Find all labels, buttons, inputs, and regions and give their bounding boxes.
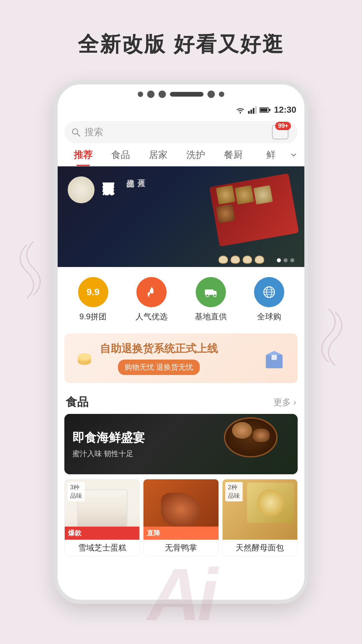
dot3 — [159, 91, 166, 98]
promo-left: 自助退换货系统正式上线 购物无忧 退换货无忧 — [74, 341, 218, 375]
product-badge-hot: 爆款 — [65, 527, 139, 540]
tea-set — [219, 256, 264, 264]
banner-dots — [277, 258, 294, 262]
svg-point-11 — [206, 294, 209, 297]
quick-item-popular[interactable]: 人气优选 — [135, 277, 168, 322]
svg-rect-23 — [272, 355, 277, 360]
quick-label-hot: 人气优选 — [135, 311, 168, 322]
banner-dot-1[interactable] — [277, 258, 281, 262]
variety-label-cake: 3种品味 — [67, 482, 85, 501]
product-card-bread[interactable]: 2种品味 天然酵母面包 — [222, 479, 298, 556]
message-badge[interactable]: 99+ — [269, 121, 291, 143]
food-section-title: 食品 — [66, 394, 88, 410]
quick-item-group[interactable]: 9.9 9.9拼团 — [78, 277, 108, 322]
message-icon: 99+ — [272, 125, 289, 140]
quick-icon-hot — [136, 277, 167, 307]
svg-point-12 — [214, 294, 216, 297]
tab-recommend[interactable]: 推荐 — [64, 149, 102, 166]
tab-home[interactable]: 居家 — [139, 149, 177, 166]
phone-screen: 12:30 搜索 99+ 推荐 食品 居家 洗护 餐厨 鲜 — [58, 102, 304, 561]
product-img-bread: 2种品味 — [223, 479, 297, 540]
seafood-bowl — [217, 417, 284, 471]
main-banner[interactable]: 圆满中秋汇百香 月下佳人 岁岁品优选 — [58, 166, 304, 267]
product-card-duck[interactable]: 直降 无骨鸭掌 — [143, 479, 219, 556]
dot5 — [219, 92, 224, 97]
banner-background: 圆满中秋汇百香 月下佳人 岁岁品优选 — [58, 166, 304, 267]
coins-icon — [74, 348, 95, 368]
variety-label-bread: 2种品味 — [225, 482, 243, 501]
svg-rect-7 — [269, 109, 270, 111]
quick-label-direct: 基地直供 — [195, 311, 227, 322]
svg-rect-1 — [248, 111, 250, 114]
svg-line-9 — [77, 133, 80, 136]
tab-fresh[interactable]: 鲜 — [252, 149, 290, 166]
product-img-cake: 3种品味 爆款 — [65, 479, 139, 540]
food-banner-title: 即食海鲜盛宴 — [72, 430, 145, 446]
product-name-bread: 天然酵母面包 — [223, 540, 297, 556]
quick-label-global: 全球购 — [257, 311, 281, 322]
banner-moon — [68, 176, 95, 203]
quick-item-direct[interactable]: 基地直供 — [195, 277, 227, 322]
dot4 — [207, 91, 215, 98]
food-banner-bg: 即食海鲜盛宴 蜜汁入味 韧性十足 — [64, 414, 298, 474]
product-name-cake: 雪域芝士蛋糕 — [65, 540, 139, 556]
phone-frame: 12:30 搜索 99+ 推荐 食品 居家 洗护 餐厨 鲜 — [54, 80, 308, 604]
mooncake-box — [210, 173, 298, 260]
time-display: 12:30 — [274, 105, 297, 115]
page-title: 全新改版 好看又好逛 — [0, 0, 362, 78]
search-placeholder: 搜索 — [84, 126, 291, 139]
search-bar[interactable]: 搜索 99+ — [64, 121, 298, 143]
svg-rect-10 — [205, 289, 214, 295]
status-bar: 12:30 — [58, 102, 304, 118]
svg-rect-6 — [260, 108, 267, 112]
quick-icons-row: 9.9 9.9拼团 人气优选 — [58, 267, 304, 329]
search-icon — [71, 127, 80, 137]
box-icon — [261, 345, 288, 372]
product-badge-sale: 直降 — [143, 527, 218, 540]
tab-food[interactable]: 食品 — [102, 149, 139, 166]
nav-tabs: 推荐 食品 居家 洗护 餐厨 鲜 — [58, 143, 304, 166]
food-banner-text-block: 即食海鲜盛宴 蜜汁入味 韧性十足 — [72, 430, 145, 459]
food-banner[interactable]: 即食海鲜盛宴 蜜汁入味 韧性十足 — [64, 414, 298, 474]
nav-more-button[interactable] — [290, 151, 298, 164]
dot-bar — [170, 92, 203, 97]
food-banner-sub: 蜜汁入味 韧性十足 — [72, 449, 145, 459]
phone-notch — [58, 85, 304, 102]
quick-label-99: 9.9拼团 — [79, 311, 107, 322]
banner-dot-3[interactable] — [290, 258, 294, 262]
svg-point-0 — [240, 112, 241, 113]
wifi-icon — [235, 106, 245, 114]
food-section-more[interactable]: 更多 › — [274, 396, 296, 408]
promo-tag: 购物无忧 退换货无忧 — [118, 360, 200, 375]
status-icons — [235, 106, 271, 114]
dot1 — [138, 92, 143, 97]
tab-kitchen[interactable]: 餐厨 — [215, 149, 252, 166]
quick-icon-99: 9.9 — [78, 277, 108, 307]
tab-wash[interactable]: 洗护 — [177, 149, 215, 166]
signal-icon — [248, 106, 257, 114]
product-card-cake[interactable]: 3种品味 爆款 雪域芝士蛋糕 — [64, 479, 140, 556]
svg-rect-4 — [255, 106, 257, 114]
banner-dot-2[interactable] — [284, 258, 288, 262]
food-section-header: 食品 更多 › — [58, 388, 304, 414]
svg-rect-3 — [253, 108, 254, 114]
promo-tag-row: 购物无忧 退换货无忧 — [100, 360, 218, 375]
promo-banner[interactable]: 自助退换货系统正式上线 购物无忧 退换货无忧 — [64, 333, 298, 383]
battery-icon — [259, 107, 271, 113]
svg-rect-2 — [250, 110, 252, 114]
product-grid: 3种品味 爆款 雪域芝士蛋糕 直降 无骨鸭掌 — [58, 474, 304, 561]
promo-text-block: 自助退换货系统正式上线 购物无忧 退换货无忧 — [100, 341, 218, 375]
quick-icon-globe — [254, 277, 284, 307]
quick-item-global[interactable]: 全球购 — [254, 277, 284, 322]
dot2 — [147, 91, 155, 98]
promo-main-text: 自助退换货系统正式上线 — [100, 341, 218, 356]
product-name-duck: 无骨鸭掌 — [143, 540, 218, 556]
quick-icon-truck — [196, 277, 226, 307]
svg-point-21 — [78, 353, 91, 360]
product-img-duck: 直降 — [143, 479, 218, 540]
badge-count: 99+ — [275, 122, 291, 130]
